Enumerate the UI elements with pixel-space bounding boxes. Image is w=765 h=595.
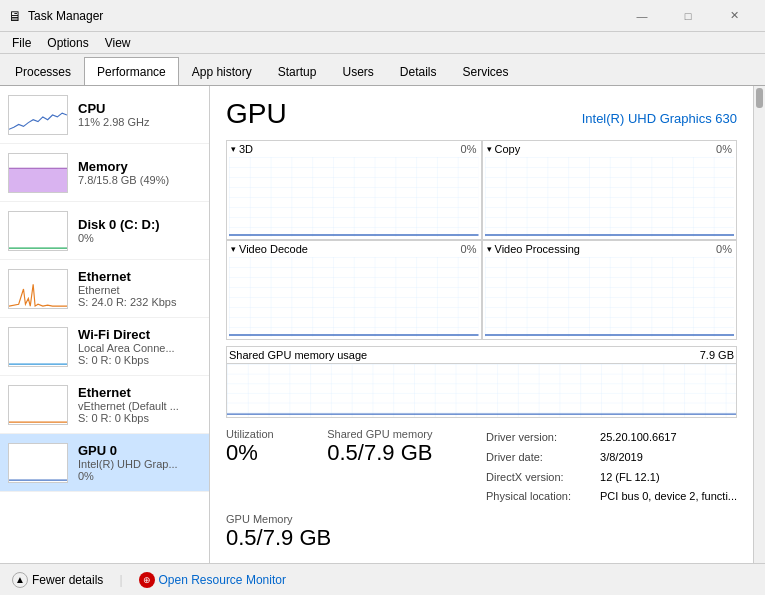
- graph-3d-percent: 0%: [461, 143, 477, 155]
- graph-video-decode-label: ▾ Video Decode: [231, 243, 308, 255]
- driver-date-val: 3/8/2019: [600, 448, 643, 468]
- tab-users[interactable]: Users: [329, 57, 386, 85]
- graph-copy-area: [485, 157, 735, 237]
- ethernet2-label: Ethernet: [78, 385, 201, 400]
- graph-copy-label: ▾ Copy: [487, 143, 521, 155]
- tab-startup[interactable]: Startup: [265, 57, 330, 85]
- memory-label: Memory: [78, 159, 201, 174]
- graph-video-processing-title: Video Processing: [495, 243, 580, 255]
- stat-utilization: Utilization 0%: [226, 428, 274, 507]
- ethernet2-stats: S: 0 R: 0 Kbps: [78, 412, 201, 424]
- directx-val: 12 (FL 12.1): [600, 468, 660, 488]
- gpu-memory-label: GPU Memory: [226, 513, 737, 525]
- scrollbar[interactable]: [753, 86, 765, 563]
- ethernet1-sub: Ethernet: [78, 284, 201, 296]
- menu-view[interactable]: View: [97, 34, 139, 52]
- ethernet2-sub: vEthernet (Default ...: [78, 400, 201, 412]
- fewer-details-button[interactable]: ▲ Fewer details: [12, 572, 103, 588]
- wifi-stats: S: 0 R: 0 Kbps: [78, 354, 201, 366]
- disk-label: Disk 0 (C: D:): [78, 217, 201, 232]
- gpu-sub: Intel(R) UHD Grap...: [78, 458, 201, 470]
- driver-version-val: 25.20.100.6617: [600, 428, 676, 448]
- graph-video-processing-area: [485, 257, 735, 337]
- bottom-separator: |: [119, 573, 122, 587]
- menubar: File Options View: [0, 32, 765, 54]
- wifi-info: Wi-Fi Direct Local Area Conne... S: 0 R:…: [78, 327, 201, 366]
- sidebar-item-wifi[interactable]: Wi-Fi Direct Local Area Conne... S: 0 R:…: [0, 318, 209, 376]
- menu-options[interactable]: Options: [39, 34, 96, 52]
- shared-gpu-mem-value: 0.5/7.9 GB: [327, 440, 432, 466]
- gpu-memory-value: 0.5/7.9 GB: [226, 525, 737, 551]
- shared-gpu-header: Shared GPU memory usage 7.9 GB: [226, 346, 737, 363]
- stat-info: Driver version: 25.20.100.6617 Driver da…: [486, 428, 737, 507]
- graph-video-processing: ▾ Video Processing 0%: [482, 240, 738, 340]
- stats-row: Utilization 0% Shared GPU memory 0.5/7.9…: [226, 428, 737, 507]
- gpu-label: GPU 0: [78, 443, 201, 458]
- ethernet2-mini-graph: [8, 385, 68, 425]
- cpu-mini-graph: [8, 95, 68, 135]
- close-button[interactable]: ✕: [711, 0, 757, 32]
- sidebar: CPU 11% 2.98 GHz Memory 7.8/15.8 GB (49%…: [0, 86, 210, 563]
- shared-gpu-label: Shared GPU memory usage: [229, 349, 367, 361]
- graph-copy: ▾ Copy 0%: [482, 140, 738, 240]
- content-header: GPU Intel(R) UHD Graphics 630: [226, 98, 737, 130]
- shared-gpu-mem-label: Shared GPU memory: [327, 428, 432, 440]
- sidebar-item-memory[interactable]: Memory 7.8/15.8 GB (49%): [0, 144, 209, 202]
- disk-mini-graph: [8, 211, 68, 251]
- sidebar-item-disk[interactable]: Disk 0 (C: D:) 0%: [0, 202, 209, 260]
- info-row-driver-version: Driver version: 25.20.100.6617: [486, 428, 737, 448]
- svg-rect-3: [229, 257, 479, 337]
- disk-stats: 0%: [78, 232, 201, 244]
- fewer-details-icon: ▲: [12, 572, 28, 588]
- open-resource-label: Open Resource Monitor: [159, 573, 286, 587]
- tab-performance[interactable]: Performance: [84, 57, 179, 85]
- svg-rect-1: [229, 157, 479, 237]
- ethernet1-mini-graph: [8, 269, 68, 309]
- memory-stats: 7.8/15.8 GB (49%): [78, 174, 201, 186]
- graph-3d-label: ▾ 3D: [231, 143, 253, 155]
- svg-rect-4: [485, 257, 735, 337]
- memory-mini-graph: [8, 153, 68, 193]
- gpu-info: GPU 0 Intel(R) UHD Grap... 0%: [78, 443, 201, 482]
- content-title: GPU: [226, 98, 287, 130]
- svg-rect-5: [227, 364, 736, 417]
- window-controls: — □ ✕: [619, 0, 757, 32]
- graph-video-decode: ▾ Video Decode 0%: [226, 240, 482, 340]
- scrollbar-thumb[interactable]: [756, 88, 763, 108]
- graph-copy-percent: 0%: [716, 143, 732, 155]
- graph-3d-title: 3D: [239, 143, 253, 155]
- tab-details[interactable]: Details: [387, 57, 450, 85]
- ethernet1-info: Ethernet Ethernet S: 24.0 R: 232 Kbps: [78, 269, 201, 308]
- cpu-info: CPU 11% 2.98 GHz: [78, 101, 201, 128]
- graph-copy-title: Copy: [495, 143, 521, 155]
- info-row-physical: Physical location: PCI bus 0, device 2, …: [486, 487, 737, 507]
- sidebar-item-ethernet1[interactable]: Ethernet Ethernet S: 24.0 R: 232 Kbps: [0, 260, 209, 318]
- maximize-button[interactable]: □: [665, 0, 711, 32]
- cpu-label: CPU: [78, 101, 201, 116]
- fewer-details-label: Fewer details: [32, 573, 103, 587]
- tab-app-history[interactable]: App history: [179, 57, 265, 85]
- info-row-directx: DirectX version: 12 (FL 12.1): [486, 468, 737, 488]
- content-subtitle: Intel(R) UHD Graphics 630: [582, 111, 737, 126]
- tab-services[interactable]: Services: [450, 57, 522, 85]
- sidebar-item-cpu[interactable]: CPU 11% 2.98 GHz: [0, 86, 209, 144]
- ethernet1-label: Ethernet: [78, 269, 201, 284]
- titlebar: 🖥 Task Manager — □ ✕: [0, 0, 765, 32]
- menu-file[interactable]: File: [4, 34, 39, 52]
- open-resource-monitor-button[interactable]: ⊕ Open Resource Monitor: [139, 572, 286, 588]
- memory-info: Memory 7.8/15.8 GB (49%): [78, 159, 201, 186]
- minimize-button[interactable]: —: [619, 0, 665, 32]
- info-row-driver-date: Driver date: 3/8/2019: [486, 448, 737, 468]
- shared-gpu-section: Shared GPU memory usage 7.9 GB: [226, 346, 737, 418]
- chevron-down-icon-decode: ▾: [231, 244, 236, 254]
- bottombar: ▲ Fewer details | ⊕ Open Resource Monito…: [0, 563, 765, 595]
- gpu-mini-graph: [8, 443, 68, 483]
- gpu-memory-section: GPU Memory 0.5/7.9 GB: [226, 513, 737, 551]
- svg-rect-0: [9, 168, 67, 192]
- sidebar-item-ethernet2[interactable]: Ethernet vEthernet (Default ... S: 0 R: …: [0, 376, 209, 434]
- sidebar-item-gpu[interactable]: GPU 0 Intel(R) UHD Grap... 0%: [0, 434, 209, 492]
- tab-processes[interactable]: Processes: [2, 57, 84, 85]
- graph-video-decode-area: [229, 257, 479, 337]
- graph-video-processing-percent: 0%: [716, 243, 732, 255]
- app-icon: 🖥: [8, 8, 22, 24]
